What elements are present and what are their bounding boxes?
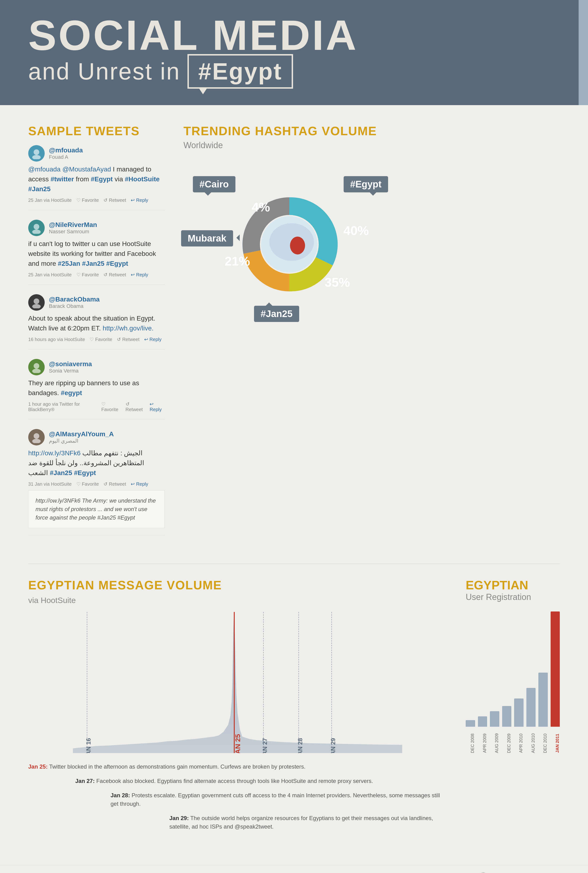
reply-button[interactable]: ↩ Reply xyxy=(150,401,165,412)
annotation-text: Protests escalate. Egyptian government c… xyxy=(111,792,440,807)
tweet-username: @BarackObama xyxy=(49,296,100,303)
hashtag-subtitle: Worldwide xyxy=(183,140,560,150)
bottom-section: EGYPTIAN MESSAGE VOLUME via HootSuite xyxy=(0,578,588,856)
tweet-username: @mfouada xyxy=(49,147,83,154)
annotation-text: The outside world helps organize resourc… xyxy=(170,815,433,830)
page-header: SOCIAL MEDIA and Unrest in #Egypt xyxy=(0,0,588,105)
retweet-button[interactable]: ↺ Retweet xyxy=(104,272,126,278)
favorite-button[interactable]: ♡ Favorite xyxy=(101,401,121,412)
mubarak-label: Mubarak xyxy=(181,230,233,246)
tweet-handle: Barack Obama xyxy=(49,303,100,309)
tweet-card: @NileRiverMan Nasser Samroum if u can't … xyxy=(28,220,165,285)
tweet-timestamp: 1 hour ago via Twitter for BlackBerry® xyxy=(28,402,97,412)
tweet-user-info: @mfouada Fouad A xyxy=(49,147,83,160)
jan28-label: JAN 28 xyxy=(297,738,304,753)
tweet-expanded-translation: http://ow.ly/3NFk6 The Army: we understa… xyxy=(28,490,165,528)
chart-annotations: Jan 25: Twitter blocked in the afternoon… xyxy=(28,762,447,831)
bar-dec2008 xyxy=(466,720,475,727)
tweet-user-info: @soniaverma Sonia Verma xyxy=(49,360,92,374)
pct-mubarak: 21% xyxy=(225,254,250,268)
bar-apr2010 xyxy=(514,699,524,727)
reply-button[interactable]: ↩ Reply xyxy=(131,481,148,487)
retweet-button[interactable]: ↺ Retweet xyxy=(104,481,126,487)
svg-point-7 xyxy=(32,369,41,373)
tweets-column: SAMPLE TWEETS @mfouada Fouad A @mfouada … xyxy=(28,124,165,544)
bar-aug2010 xyxy=(526,688,536,727)
retweet-button[interactable]: ↺ Retweet xyxy=(104,197,126,203)
bar-aug2009 xyxy=(490,711,500,727)
svg-point-6 xyxy=(34,363,39,369)
bar-jan2011 xyxy=(550,612,560,727)
jan25-label: #Jan25 xyxy=(254,306,299,322)
favorite-button[interactable]: ♡ Favorite xyxy=(76,197,99,203)
vertical-bar-decoration xyxy=(579,0,588,105)
vbar-label: DEC 2009 xyxy=(502,729,512,757)
hashtag-box: #Egypt xyxy=(188,54,293,88)
hashtag-column: TRENDING HASHTAG VOLUME Worldwide xyxy=(183,124,560,544)
vbar-label: APR 2010 xyxy=(514,729,524,757)
vbar-label: APR 2009 xyxy=(478,729,488,757)
vbar-label: AUG 2010 xyxy=(526,729,536,757)
vertical-bar-chart xyxy=(466,609,560,727)
favorite-button[interactable]: ♡ Favorite xyxy=(76,272,99,278)
annotation-date: Jan 29: xyxy=(170,815,189,821)
annotation-jan28: Jan 28: Protests escalate. Egyptian gove… xyxy=(111,791,447,808)
avatar xyxy=(28,359,45,375)
tweet-handle: Sonia Verma xyxy=(49,368,92,374)
tweet-timestamp: 25 Jan via HootSuite xyxy=(28,198,72,203)
reply-button[interactable]: ↩ Reply xyxy=(131,272,148,278)
bar-dec2010 xyxy=(538,673,548,727)
svg-point-3 xyxy=(32,230,41,234)
svg-point-0 xyxy=(34,149,39,155)
egypt-label: #Egypt xyxy=(344,176,388,192)
tweets-section-title: SAMPLE TWEETS xyxy=(28,124,165,138)
annotation-jan27: Jan 27: Facebook also blocked. Egyptians… xyxy=(75,777,447,785)
tweet-meta: 25 Jan via HootSuite ♡ Favorite ↺ Retwee… xyxy=(28,197,165,203)
vbar-label: DEC 2008 xyxy=(466,729,475,757)
tweet-username: @NileRiverMan xyxy=(49,221,97,229)
registration-title-sub: User Registration xyxy=(466,592,560,602)
retweet-button[interactable]: ↺ Retweet xyxy=(117,336,140,342)
section-divider xyxy=(28,564,560,564)
tweet-handle: Fouad A xyxy=(49,154,83,160)
tweet-card: @soniaverma Sonia Verma They are ripping… xyxy=(28,359,165,420)
reply-button[interactable]: ↩ Reply xyxy=(131,197,148,203)
donut-chart-wrapper: 40% 35% 21% 4% #Cairo #Egypt Mubarak #Ja… xyxy=(183,162,395,327)
tweet-text: if u can't log to twitter u can use Hoot… xyxy=(28,239,165,268)
annotation-text: Facebook also blocked. Egyptians find al… xyxy=(96,778,373,784)
annotation-jan25: Jan 25: Twitter blocked in the afternoon… xyxy=(28,762,447,771)
retweet-button[interactable]: ↺ Retweet xyxy=(126,401,145,412)
reply-button[interactable]: ↩ Reply xyxy=(144,336,162,342)
annotation-date: Jan 27: xyxy=(75,778,95,784)
vbar-label-jan2011: JAN 2011 xyxy=(550,729,560,757)
tweet-user-info: @AlMasryAlYoum_A المصري اليوم xyxy=(49,430,114,444)
tweet-text: @mfouada @MoustafaAyad I managed to acce… xyxy=(28,164,165,194)
jan29-label: JAN 29 xyxy=(330,738,337,753)
page-footer: Data: HootSuite & Ow.ly hootsuite xyxy=(0,865,588,873)
favorite-button[interactable]: ♡ Favorite xyxy=(76,481,99,487)
subtitle-row: and Unrest in #Egypt xyxy=(28,54,560,88)
pct-cairo: 4% xyxy=(252,200,270,214)
favorite-button[interactable]: ♡ Favorite xyxy=(90,336,112,342)
annotation-date: Jan 28: xyxy=(111,792,130,798)
jan27-label: JAN 27 xyxy=(261,738,268,753)
tweet-text: http://ow.ly/3NFk6 الجيش : نتفهم مطالب ا… xyxy=(28,448,165,478)
avatar xyxy=(28,429,45,446)
tweet-text: About to speak about the situation in Eg… xyxy=(28,314,165,333)
tweet-timestamp: 16 hours ago via HootSuite xyxy=(28,337,85,342)
annotation-text: Twitter blocked in the afternoon as demo… xyxy=(49,764,306,770)
tweet-card: @mfouada Fouad A @mfouada @MoustafaAyad … xyxy=(28,145,165,210)
area-path xyxy=(73,615,402,753)
jan25-label: JAN 25 xyxy=(234,734,242,753)
subtitle-and-unrest: and Unrest in xyxy=(28,58,180,85)
svg-point-2 xyxy=(34,224,39,230)
egypt-red xyxy=(290,237,305,255)
annotation-date: Jan 25: xyxy=(28,764,48,770)
message-volume-subtitle: via HootSuite xyxy=(28,596,447,605)
tweet-meta: 31 Jan via HootSuite ♡ Favorite ↺ Retwee… xyxy=(28,481,165,487)
avatar xyxy=(28,220,45,236)
tweet-username: @soniaverma xyxy=(49,360,92,368)
tweet-header: @mfouada Fouad A xyxy=(28,145,165,162)
vbar-label: AUG 2009 xyxy=(490,729,500,757)
tweet-header: @BarackObama Barack Obama xyxy=(28,294,165,310)
